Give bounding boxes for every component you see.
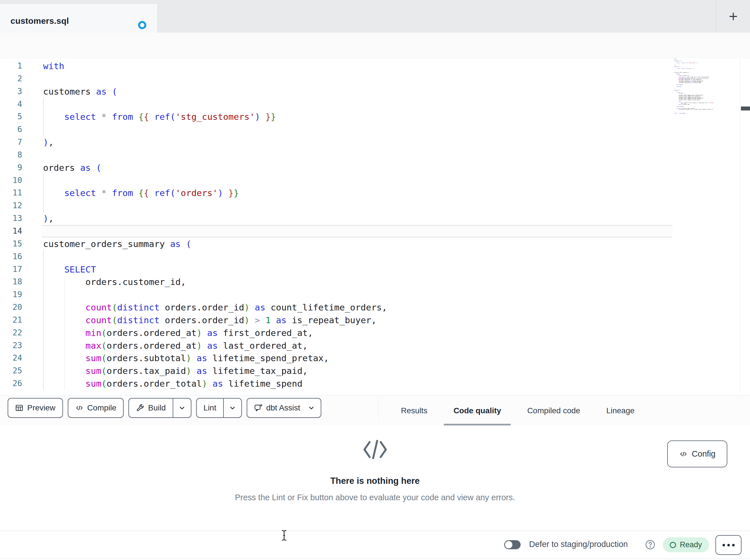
code-slash-icon: [362, 456, 388, 461]
line-number[interactable]: 16: [0, 250, 22, 263]
dbt-cloud-ide: { "window": { "tab_title": "customers.sq…: [0, 0, 750, 560]
line-number[interactable]: 8: [0, 149, 22, 162]
lint-button[interactable]: Lint: [196, 398, 242, 418]
code-line-22[interactable]: 22 min(orders.ordered_at) as first_order…: [0, 327, 750, 339]
chevron-down-icon[interactable]: [307, 398, 321, 417]
line-number[interactable]: 6: [0, 123, 22, 136]
code-editor[interactable]: 1with23customers as (45 select * from {{…: [0, 58, 750, 395]
line-number[interactable]: 4: [0, 98, 22, 111]
tab-code-quality[interactable]: Code quality: [444, 395, 511, 426]
code-icon: [75, 403, 84, 412]
config-button-label: Config: [692, 449, 716, 459]
code-line-24[interactable]: 24 sum(orders.subtotal) as lifetime_spen…: [0, 352, 750, 365]
code-line-10[interactable]: 10: [0, 174, 750, 187]
help-icon[interactable]: [645, 540, 655, 551]
indent-guide: [43, 174, 44, 187]
status-bar: Defer to staging/production Ready: [0, 531, 750, 559]
line-number[interactable]: 18: [0, 276, 22, 288]
line-number[interactable]: 22: [0, 327, 22, 339]
wrench-icon: [136, 403, 144, 412]
line-number[interactable]: 15: [0, 238, 22, 250]
defer-toggle[interactable]: [504, 540, 520, 549]
editor-scrollbar-thumb[interactable]: [741, 106, 750, 110]
defer-toggle-label: Defer to staging/production: [529, 540, 628, 549]
line-number[interactable]: 3: [0, 85, 22, 98]
code-line-13[interactable]: 13),: [0, 212, 750, 225]
code-line-7[interactable]: 7),: [0, 136, 750, 149]
line-number[interactable]: 24: [0, 352, 22, 365]
line-number[interactable]: 20: [0, 301, 22, 314]
line-number[interactable]: 9: [0, 162, 22, 174]
line-number[interactable]: 14: [0, 225, 22, 238]
text-cursor-pointer: [281, 530, 288, 542]
code-line-14[interactable]: 14: [0, 225, 750, 238]
line-number[interactable]: 23: [0, 339, 22, 352]
indent-guide: [43, 200, 44, 212]
file-tab-customers-sql[interactable]: customers.sql: [0, 4, 158, 33]
code-line-2[interactable]: 2: [0, 72, 750, 85]
code-line-4[interactable]: 4: [0, 98, 750, 111]
active-line-highlight: [42, 225, 672, 238]
code-line-6[interactable]: 6: [0, 123, 750, 136]
code-line-20[interactable]: 20 count(distinct orders.order_id) as co…: [0, 301, 750, 314]
status-badge[interactable]: Ready: [663, 537, 709, 552]
tab-compiled-code[interactable]: Compiled code: [517, 395, 590, 426]
status-badge-label: Ready: [680, 540, 702, 549]
code-line-15[interactable]: 15customer_orders_summary as (: [0, 238, 750, 250]
indent-guide: [43, 123, 44, 136]
unsaved-changes-dot-icon: [138, 21, 146, 29]
line-number[interactable]: 25: [0, 365, 22, 377]
button-label: Preview: [27, 403, 56, 412]
line-number[interactable]: 2: [0, 72, 22, 85]
line-number[interactable]: 13: [0, 212, 22, 225]
indent-guide: [43, 98, 44, 111]
line-number[interactable]: 11: [0, 187, 22, 200]
code-line-19[interactable]: 19: [0, 288, 750, 301]
status-ring-icon: [670, 542, 676, 548]
line-number[interactable]: 5: [0, 110, 22, 123]
line-number[interactable]: 10: [0, 174, 22, 187]
code-quality-panel: There is nothing here Press the Lint or …: [0, 426, 750, 531]
code-line-17[interactable]: 17 SELECT: [0, 263, 750, 276]
line-number[interactable]: 7: [0, 136, 22, 149]
code-line-12[interactable]: 12: [0, 200, 750, 212]
code-line-1[interactable]: 1with: [0, 60, 750, 72]
code-line-11[interactable]: 11 select * from {{ ref('orders') }}: [0, 187, 750, 200]
indent-guide: [64, 288, 65, 301]
more-options-button[interactable]: [715, 535, 742, 555]
line-number[interactable]: 12: [0, 200, 22, 212]
assist-icon: [254, 403, 262, 412]
line-number[interactable]: 1: [0, 60, 22, 72]
code-icon: [679, 450, 688, 458]
code-line-16[interactable]: 16: [0, 250, 750, 263]
code-line-25[interactable]: 25 sum(orders.tax_paid) as lifetime_tax_…: [0, 365, 750, 377]
line-number[interactable]: 17: [0, 263, 22, 276]
minimap[interactable]: with customers as ( select * from {{ ref…: [674, 59, 740, 124]
chevron-down-icon[interactable]: [223, 398, 241, 417]
code-line-9[interactable]: 9orders as (: [0, 162, 750, 174]
panel-tabs: ResultsCode qualityCompiled codeLineage: [391, 395, 644, 426]
chevron-down-icon[interactable]: [173, 398, 191, 417]
line-number[interactable]: 19: [0, 288, 22, 301]
preview-button[interactable]: Preview: [8, 398, 63, 418]
code-line-23[interactable]: 23 max(orders.ordered_at) as last_ordere…: [0, 339, 750, 352]
code-line-8[interactable]: 8: [0, 149, 750, 162]
code-line-21[interactable]: 21 count(distinct orders.order_id) > 1 a…: [0, 314, 750, 327]
code-line-5[interactable]: 5 select * from {{ ref('stg_customers') …: [0, 110, 750, 123]
line-number[interactable]: 21: [0, 314, 22, 327]
code-lines[interactable]: 1with23customers as (45 select * from {{…: [0, 60, 750, 390]
tab-results[interactable]: Results: [391, 395, 437, 426]
compile-button[interactable]: Compile: [68, 398, 124, 418]
new-tab-button[interactable]: [728, 11, 739, 22]
line-number[interactable]: 26: [0, 377, 22, 390]
code-line-26[interactable]: 26 sum(orders.order_total) as lifetime_s…: [0, 377, 750, 390]
tab-lineage[interactable]: Lineage: [597, 395, 644, 426]
config-button[interactable]: Config: [667, 440, 727, 468]
code-line-18[interactable]: 18 orders.customer_id,: [0, 276, 750, 288]
breadcrumb-row: models›marts›customers.sql Save: [0, 33, 750, 58]
code-line-3[interactable]: 3customers as (: [0, 85, 750, 98]
dbt-assist-button[interactable]: dbt Assist: [247, 398, 321, 418]
minimap-code: with customers as ( select * from {{ ref…: [674, 59, 740, 113]
build-button[interactable]: Build: [129, 398, 191, 418]
file-tab-title: customers.sql: [11, 16, 69, 26]
